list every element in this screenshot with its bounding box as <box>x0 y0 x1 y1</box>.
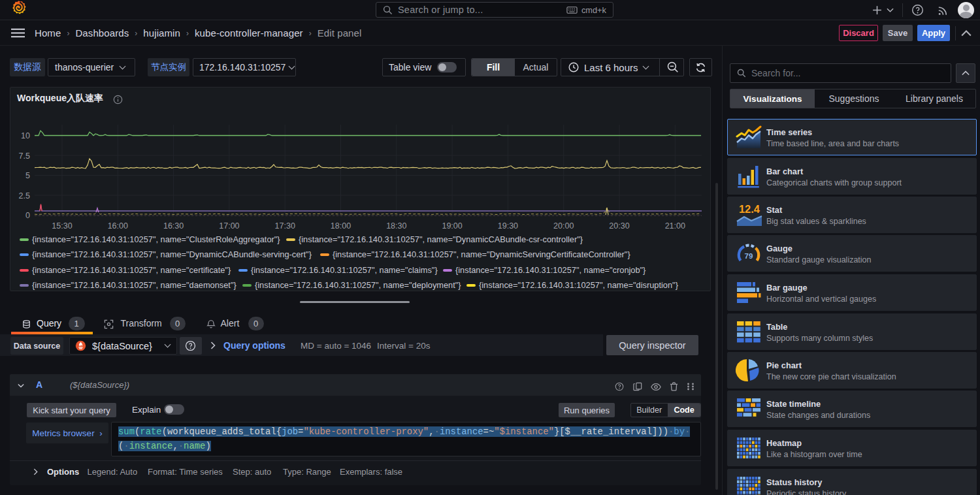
svg-text:17:30: 17:30 <box>275 221 295 231</box>
svg-text:16:00: 16:00 <box>108 221 128 231</box>
svg-text:18:30: 18:30 <box>386 221 406 231</box>
svg-text:18:00: 18:00 <box>331 221 351 231</box>
svg-text:0: 0 <box>25 211 30 220</box>
svg-text:19:00: 19:00 <box>442 221 462 231</box>
svg-text:10: 10 <box>21 131 30 140</box>
svg-text:12.4: 12.4 <box>739 203 760 215</box>
svg-text:21:00: 21:00 <box>665 221 685 231</box>
svg-text:15:30: 15:30 <box>52 221 72 231</box>
svg-text:20:00: 20:00 <box>553 221 574 231</box>
svg-text:20:30: 20:30 <box>609 221 629 231</box>
svg-text:7.5: 7.5 <box>19 152 30 161</box>
svg-text:5: 5 <box>25 171 30 180</box>
svg-text:17:00: 17:00 <box>219 221 239 231</box>
svg-text:16:30: 16:30 <box>163 221 184 231</box>
svg-text:79: 79 <box>745 252 753 260</box>
svg-text:2.5: 2.5 <box>19 191 30 200</box>
svg-text:19:30: 19:30 <box>498 221 518 231</box>
